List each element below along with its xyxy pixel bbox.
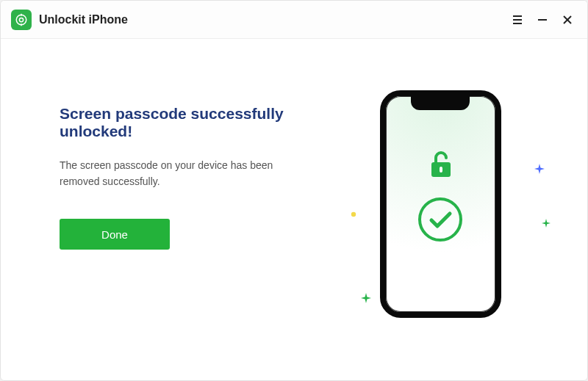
illustration-panel	[330, 105, 551, 366]
content-area: Screen passcode successfully unlocked! T…	[1, 39, 587, 380]
success-headline: Screen passcode successfully unlocked!	[60, 105, 315, 140]
unlock-icon	[426, 148, 455, 180]
svg-point-1	[19, 18, 23, 21]
sparkle-icon	[534, 164, 545, 174]
close-button[interactable]	[561, 13, 574, 26]
svg-rect-11	[440, 167, 442, 173]
done-button[interactable]: Done	[60, 219, 170, 250]
app-logo-icon	[11, 10, 32, 30]
app-window: Unlockit iPhone	[0, 0, 588, 381]
app-title: Unlockit iPhone	[39, 13, 128, 26]
sparkle-icon	[351, 211, 356, 217]
svg-point-0	[16, 15, 26, 25]
phone-notch	[411, 95, 470, 110]
success-description: The screen passcode on your device has b…	[60, 158, 309, 189]
window-controls	[511, 13, 574, 26]
sparkle-icon	[542, 219, 551, 228]
svg-point-12	[420, 199, 461, 240]
minimize-button[interactable]	[536, 13, 549, 26]
svg-point-10	[351, 212, 356, 217]
sparkle-icon	[361, 293, 371, 303]
title-bar: Unlockit iPhone	[1, 1, 587, 39]
phone-mockup	[380, 90, 501, 318]
message-panel: Screen passcode successfully unlocked! T…	[60, 105, 330, 366]
check-circle-icon	[417, 196, 464, 243]
menu-button[interactable]	[511, 13, 524, 26]
